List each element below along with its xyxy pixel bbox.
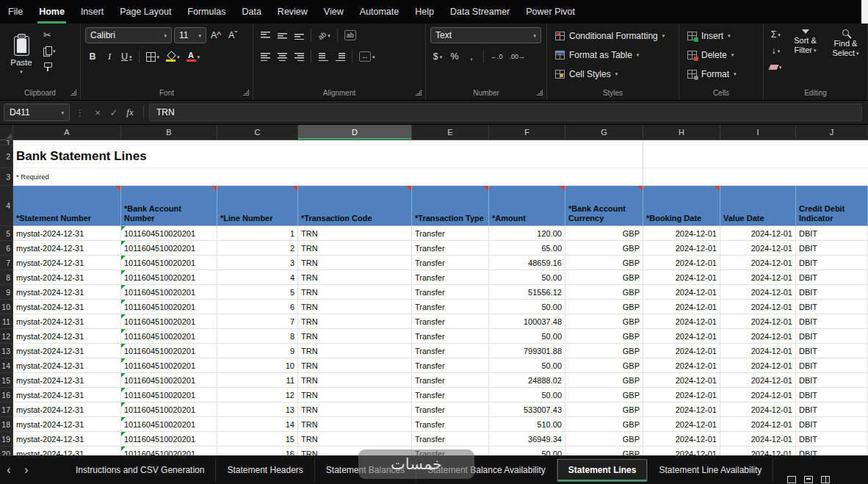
column-header-d[interactable]: D [298, 125, 412, 140]
column-header-j[interactable]: J [796, 125, 868, 140]
format-painter-button[interactable] [41, 59, 58, 74]
menu-tab-data[interactable]: Data [234, 0, 269, 24]
underline-button[interactable]: U▾ [119, 48, 134, 65]
grid-cell[interactable]: 2024-12-01 [643, 241, 720, 256]
grid-cell[interactable]: 2024-12-01 [720, 256, 796, 270]
grid-cell[interactable]: 6 [217, 300, 298, 314]
grid-cell[interactable]: 799301.88 [489, 344, 565, 358]
grid-cell[interactable]: 1011604510020201 [121, 226, 217, 241]
styles-format-as-table-button[interactable]: Format as Table▾ [551, 46, 676, 64]
number-dialog-launcher-icon[interactable] [537, 90, 543, 95]
column-header-g[interactable]: G [565, 125, 643, 140]
grid-cell[interactable]: TRN [298, 285, 412, 300]
grid-cell[interactable]: 50.00 [489, 329, 565, 344]
menu-tab-home[interactable]: Home [31, 0, 73, 24]
shrink-font-button[interactable]: Aˇ [225, 27, 240, 43]
normal-view-icon[interactable] [787, 476, 796, 483]
menu-tab-page-layout[interactable]: Page Layout [112, 0, 179, 24]
grid-cell[interactable]: 5 [217, 285, 298, 300]
grid-cell[interactable]: Transfer [412, 344, 489, 358]
grid-cell[interactable]: 1011604510020201 [121, 447, 217, 455]
column-header-f[interactable]: F [489, 125, 565, 140]
grid-cell[interactable]: GBP [565, 300, 643, 314]
field-header-cell[interactable]: *Statement Number [13, 186, 121, 226]
grid-cell[interactable]: mystat-2024-12-31 [13, 373, 121, 388]
grid-cell[interactable]: 2024-12-01 [720, 226, 796, 241]
row-header[interactable]: 14 [0, 358, 13, 373]
field-header-cell[interactable]: *Amount [489, 186, 565, 226]
grid-cell[interactable]: 2024-12-01 [643, 270, 720, 285]
grid-cell[interactable]: 2024-12-01 [720, 300, 796, 314]
grid-cell[interactable]: 1011604510020201 [121, 344, 217, 358]
grid-cell[interactable]: DBIT [796, 241, 868, 256]
grid-cell[interactable]: Transfer [412, 285, 489, 300]
grid-cell[interactable]: Transfer [412, 329, 489, 344]
grid-cell[interactable]: 50.00 [489, 447, 565, 455]
decrease-indent-button[interactable] [316, 48, 330, 65]
grid-cell[interactable]: TRN [298, 270, 412, 285]
grid-cell[interactable]: GBP [565, 256, 643, 270]
grid-cell[interactable]: mystat-2024-12-31 [13, 447, 121, 455]
menu-tab-insert[interactable]: Insert [73, 0, 112, 24]
grid-cell[interactable]: TRN [298, 314, 412, 329]
cut-button[interactable]: ✂ [41, 27, 58, 42]
grid-cell[interactable]: GBP [565, 329, 643, 344]
grid-cell[interactable]: 1011604510020201 [121, 241, 217, 256]
grid-cell[interactable]: DBIT [796, 314, 868, 329]
grid-cell[interactable]: mystat-2024-12-31 [13, 314, 121, 329]
grid-cell[interactable]: Transfer [412, 432, 489, 447]
grid-cell[interactable]: TRN [298, 402, 412, 417]
column-header-e[interactable]: E [412, 125, 489, 140]
grid-cell[interactable]: TRN [298, 329, 412, 344]
grid-cell[interactable]: TRN [298, 417, 412, 432]
row-header[interactable]: 12 [0, 329, 13, 344]
grid-cell[interactable]: 2024-12-01 [643, 402, 720, 417]
grid-cell[interactable]: 2024-12-01 [720, 314, 796, 329]
grid-cell[interactable]: GBP [565, 432, 643, 447]
grid-cell[interactable]: mystat-2024-12-31 [13, 241, 121, 256]
grid-cell[interactable]: DBIT [796, 226, 868, 241]
number-format-combo[interactable]: Text▾ [430, 27, 541, 43]
grid-cell[interactable]: 11 [217, 373, 298, 388]
grid-cell[interactable]: Transfer [412, 417, 489, 432]
formula-input[interactable]: TRN [149, 104, 862, 121]
font-name-combo[interactable]: Calibri▾ [85, 27, 172, 43]
grid-cell[interactable]: 1011604510020201 [121, 300, 217, 314]
grid-cell[interactable]: 2024-12-01 [720, 388, 796, 402]
grid-cell[interactable]: mystat-2024-12-31 [13, 226, 121, 241]
percent-style-button[interactable]: % [447, 48, 462, 65]
confirm-entry-button[interactable]: ✓ [106, 107, 122, 118]
grid-cell[interactable] [13, 140, 868, 145]
grow-font-button[interactable]: A^ [209, 27, 223, 43]
grid-cell[interactable]: Transfer [412, 373, 489, 388]
autosum-button[interactable]: Σ▾ [767, 27, 784, 42]
grid-cell[interactable]: 51556.12 [489, 285, 565, 300]
row-header[interactable]: 18 [0, 417, 13, 432]
more-options-icon[interactable]: ⋮ [75, 107, 84, 118]
grid-cell[interactable]: GBP [565, 314, 643, 329]
grid-cell[interactable]: 14 [217, 417, 298, 432]
grid-cell[interactable]: Transfer [412, 388, 489, 402]
styles-conditional-formatting-button[interactable]: Conditional Formatting▾ [551, 26, 676, 45]
grid-cell[interactable]: 50.00 [489, 300, 565, 314]
sort-filter-button[interactable]: Sort & Filter▾ [786, 27, 825, 74]
grid-cell[interactable]: Transfer [412, 241, 489, 256]
grid-cell[interactable]: DBIT [796, 300, 868, 314]
grid-cell[interactable]: 2024-12-01 [720, 373, 796, 388]
row-header[interactable]: 13 [0, 344, 13, 358]
fill-color-button[interactable]: ▾ [164, 48, 182, 65]
grid-cell[interactable]: 50.00 [489, 358, 565, 373]
grid-cell[interactable]: Transfer [412, 358, 489, 373]
orientation-button[interactable]: ab▾ [316, 27, 333, 43]
field-header-cell[interactable]: Value Date [720, 186, 796, 226]
align-bottom-button[interactable] [292, 27, 306, 43]
grid-cell[interactable]: mystat-2024-12-31 [13, 256, 121, 270]
row-header[interactable]: 4 [0, 186, 13, 226]
italic-button[interactable]: I [102, 48, 117, 65]
grid-cell[interactable]: 2024-12-01 [643, 447, 720, 455]
grid-cell[interactable]: TRN [298, 432, 412, 447]
grid-cell[interactable]: GBP [565, 241, 643, 256]
grid-cell[interactable]: 1 [217, 226, 298, 241]
decrease-decimal-button[interactable]: .00→ [507, 48, 528, 65]
increase-indent-button[interactable] [333, 48, 347, 65]
